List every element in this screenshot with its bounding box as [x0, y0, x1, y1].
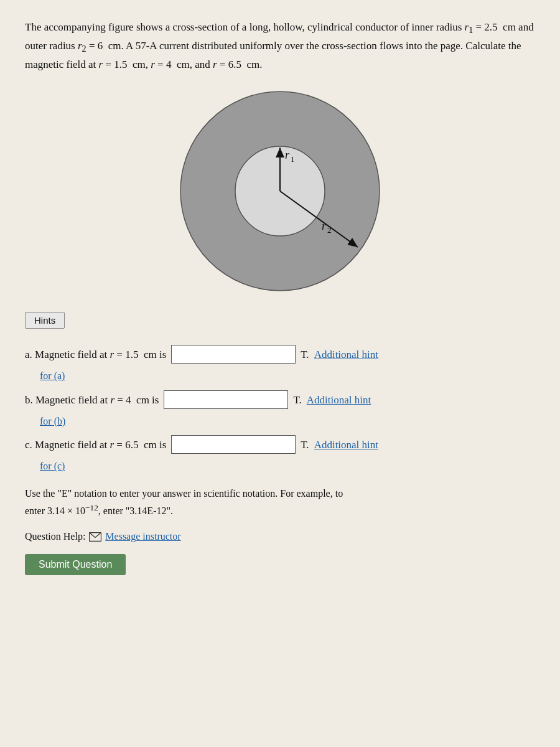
- for-row-a: for (a): [39, 367, 535, 384]
- answers-section: a. Magnetic field at r = 1.5 cm is T. Ad…: [25, 345, 535, 474]
- question-help-label: Question Help:: [25, 529, 85, 544]
- svg-text:1: 1: [291, 154, 295, 164]
- for-row-b: for (b): [39, 413, 535, 430]
- svg-text:2: 2: [327, 225, 332, 235]
- answer-input-c[interactable]: [171, 435, 296, 454]
- hints-button[interactable]: Hints: [25, 312, 65, 329]
- submit-button-container: Submit Question: [25, 544, 535, 575]
- svg-text:r: r: [285, 149, 290, 161]
- question-help: Question Help: Message instructor: [25, 529, 535, 544]
- t-label-b: T.: [293, 390, 301, 408]
- answer-row-c: c. Magnetic field at r = 6.5 cm is T. Ad…: [25, 435, 535, 454]
- answer-label-c: c. Magnetic field at r = 6.5 cm is: [25, 435, 166, 453]
- answer-input-b[interactable]: [164, 390, 288, 409]
- notation-note: Use the "E" notation to enter your answe…: [25, 486, 535, 520]
- svg-text:r: r: [322, 220, 327, 232]
- problem-text: The accompanying figure shows a cross-se…: [25, 19, 535, 73]
- for-link-a[interactable]: for (a): [40, 369, 65, 383]
- additional-hint-c[interactable]: Additional hint: [314, 435, 378, 453]
- answer-label-b: b. Magnetic field at r = 4 cm is: [25, 390, 159, 408]
- t-label-a: T.: [301, 345, 309, 363]
- additional-hint-a[interactable]: Additional hint: [314, 345, 378, 363]
- for-link-b[interactable]: for (b): [40, 414, 65, 429]
- answer-row-b: b. Magnetic field at r = 4 cm is T. Addi…: [25, 390, 535, 409]
- answer-row-a: a. Magnetic field at r = 1.5 cm is T. Ad…: [25, 345, 535, 364]
- for-row-c: for (c): [39, 458, 535, 474]
- hints-button-container: Hints: [25, 312, 535, 340]
- additional-hint-b[interactable]: Additional hint: [307, 390, 371, 408]
- for-link-c[interactable]: for (c): [40, 459, 65, 474]
- t-label-c: T.: [301, 435, 309, 453]
- cylinder-cross-section: r 1 r 2: [174, 85, 386, 297]
- answer-label-a: a. Magnetic field at r = 1.5 cm is: [25, 345, 166, 363]
- submit-button[interactable]: Submit Question: [25, 554, 126, 575]
- envelope-icon: [89, 532, 101, 542]
- figure-container: r 1 r 2: [25, 85, 535, 297]
- message-instructor-link[interactable]: Message instructor: [105, 529, 180, 544]
- answer-input-a[interactable]: [171, 345, 296, 364]
